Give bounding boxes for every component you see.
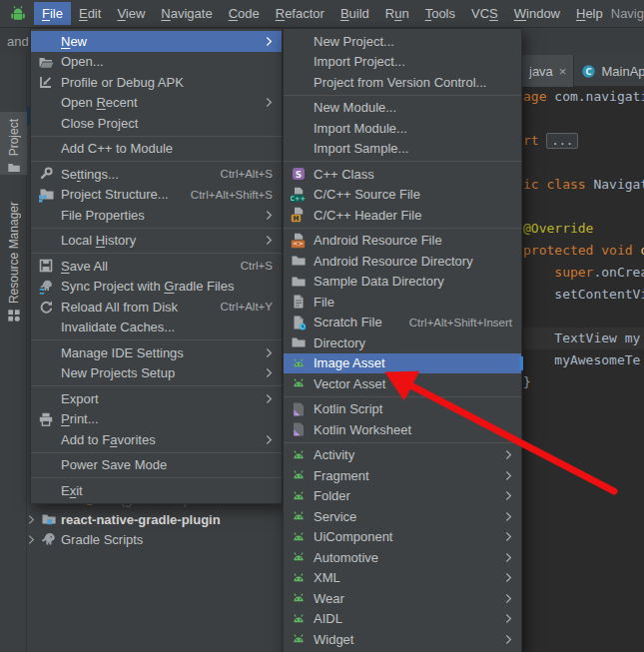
menu-item-manage-ide-settings[interactable]: Manage IDE Settings [31,342,282,363]
menu-item-new[interactable]: New [31,31,282,52]
code-line: } [523,371,644,393]
menu-item-kotlin-worksheet[interactable]: Kotlin Worksheet [284,419,521,440]
menu-item-image-asset[interactable]: Image Asset [284,353,521,374]
menubar-item-window[interactable]: Window [506,2,568,25]
menubar-item-tools[interactable]: Tools [417,2,463,25]
no-icon [38,344,54,360]
menu-separator [31,228,282,229]
submenu-arrow-icon [266,434,273,445]
code-editor[interactable]: age com.navigati rt ... ic class Navigat… [523,86,644,393]
menu-item-power-save-mode[interactable]: Power Save Mode [31,455,282,476]
menu-item-directory[interactable]: Directory [284,332,521,353]
menu-item-project-from-version-control[interactable]: Project from Version Control... [284,72,521,93]
tree-item-react-native-gradle-plugin[interactable]: react-native-gradle-plugin [0,509,283,529]
menu-item-new-module[interactable]: New Module... [284,98,521,119]
menu-item-android-resource-file[interactable]: Android Resource File [284,231,521,252]
menubar-item-refactor[interactable]: Refactor [268,2,332,25]
chevron-right-icon[interactable] [28,534,35,545]
menu-item-aidl[interactable]: AIDL [284,609,521,630]
menu-item-label: Project Structure... [61,187,169,202]
menu-item-label: Export [61,391,99,406]
menu-item-project-structure[interactable]: Project Structure...Ctrl+Alt+Shift+S [31,185,282,206]
menu-item-sync-project-with-gradle-files[interactable]: Sync Project with Gradle Files [31,277,282,298]
menu-item-add-to-favorites[interactable]: Add to Favorites [31,429,282,450]
menu-item-import-sample[interactable]: Import Sample... [284,139,521,160]
android-icon [291,355,307,371]
menu-item-print[interactable]: Print... [31,409,282,430]
close-icon[interactable]: × [559,64,567,79]
menu-item-activity[interactable]: Activity [284,445,521,466]
menu-item-wear[interactable]: Wear [284,588,521,609]
menu-item-xml[interactable]: XML [284,568,521,589]
menu-item-exit[interactable]: Exit [31,480,282,501]
tool-window-button-resource-manager[interactable]: Resource Manager [0,183,27,323]
android-icon [291,508,307,524]
menu-item-c-c-source-file[interactable]: C/C++ Source File [284,185,521,206]
menu-item-open[interactable]: Open... [31,52,282,73]
menu-item-import-module[interactable]: Import Module... [284,118,521,139]
no-icon [38,320,54,335]
menu-item-save-all[interactable]: Save AllCtrl+S [31,256,282,277]
chevron-right-icon[interactable] [28,514,35,525]
menu-item-c-c-header-file[interactable]: C/C++ Header File [284,205,521,226]
menu-item-profile-or-debug-apk[interactable]: Profile or Debug APK [31,72,282,93]
breadcrumb[interactable]: and [7,34,30,49]
project-structure-icon [38,187,54,203]
menubar-item-view[interactable]: View [109,2,153,25]
menubar-item-vcs[interactable]: VCS [463,2,506,25]
menu-item-service[interactable]: Service [284,506,521,527]
new-submenu-popup: New Project...Import Project...Project f… [283,28,522,652]
menu-item-settings[interactable]: Settings...Ctrl+Alt+S [31,164,282,185]
menu-item-add-c-to-module[interactable]: Add C++ to Module [31,139,282,160]
menu-item-local-history[interactable]: Local History [31,231,282,252]
menu-item-file-properties[interactable]: File Properties [31,205,282,226]
menu-item-label: New Projects Setup [61,365,175,380]
menu-item-new-projects-setup[interactable]: New Projects Setup [31,363,282,384]
no-icon [38,431,54,447]
tree-item-gradle-scripts[interactable]: Gradle Scripts [0,529,283,549]
no-icon [38,95,54,111]
tool-window-button-project[interactable]: Project [0,112,27,175]
menu-item-c-class[interactable]: C++ Class [284,164,521,185]
submenu-arrow-icon [266,347,273,358]
tree-item-label: react-native-gradle-plugin [61,512,221,527]
menu-separator [31,477,282,478]
menu-item-close-project[interactable]: Close Project [31,113,282,134]
menubar-item-help[interactable]: Help [568,2,611,25]
menu-item-fragment[interactable]: Fragment [284,465,521,486]
menu-item-open-recent[interactable]: Open Recent [31,93,282,114]
menu-item-uicomponent[interactable]: UiComponent [284,527,521,548]
menu-item-label: Profile or Debug APK [61,75,184,90]
menu-item-android-resource-directory[interactable]: Android Resource Directory [284,251,521,272]
editor-tab-mainapp[interactable]: MainApp [574,55,644,87]
menu-item-new-project[interactable]: New Project... [284,31,521,52]
menubar-item-run[interactable]: Run [377,2,417,25]
menubar-item-file[interactable]: File [34,2,71,25]
submenu-arrow-icon [505,531,512,542]
window-title: NavigationSWO - M [611,6,644,21]
menu-item-folder[interactable]: Folder [284,486,521,507]
menu-item-scratch-file[interactable]: Scratch FileCtrl+Alt+Shift+Insert [284,313,521,333]
menu-item-reload-all-from-disk[interactable]: Reload All from DiskCtrl+Alt+Y [31,297,282,318]
editor-selection-sliver [519,356,523,370]
menu-item-export[interactable]: Export [31,388,282,409]
menubar-item-code[interactable]: Code [221,2,268,25]
submenu-arrow-icon [266,97,273,108]
menu-shortcut: Ctrl+Alt+S [209,168,273,180]
menu-item-automotive[interactable]: Automotive [284,547,521,568]
menu-item-widget[interactable]: Widget [284,629,521,650]
menu-item-sample-data-directory[interactable]: Sample Data Directory [284,272,521,293]
cpp-header-icon [291,207,307,223]
menubar-item-build[interactable]: Build [332,2,377,25]
menu-item-file[interactable]: File [284,292,521,313]
menubar-item-navigate[interactable]: Navigate [153,2,220,25]
menu-item-invalidate-caches[interactable]: Invalidate Caches... [31,318,282,338]
editor-tab-java[interactable]: java × [522,55,574,87]
menu-item-kotlin-script[interactable]: Kotlin Script [284,399,521,420]
menubar-items: FileEditViewNavigateCodeRefactorBuildRun… [34,0,611,28]
gradle-sync-icon [38,279,54,295]
menu-item-vector-asset[interactable]: Vector Asset [284,373,521,394]
printer-icon [38,411,54,427]
menu-item-import-project[interactable]: Import Project... [284,52,521,73]
menubar-item-edit[interactable]: Edit [71,2,109,25]
